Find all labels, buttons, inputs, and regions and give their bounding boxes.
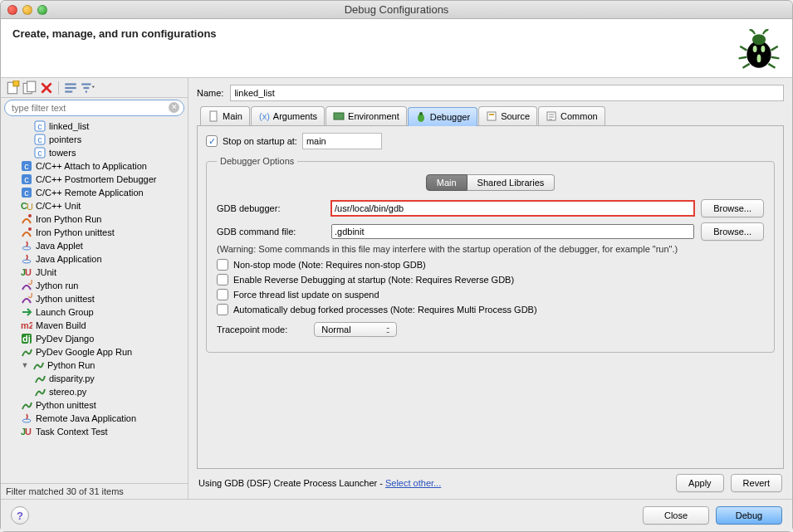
tree-item[interactable]: Python unittest xyxy=(4,398,184,412)
tree-item[interactable]: JUTask Context Test xyxy=(4,425,184,438)
svg-rect-45 xyxy=(334,113,344,120)
tree-item[interactable]: Launch Group xyxy=(4,305,184,319)
name-input[interactable] xyxy=(230,85,784,101)
tracepoint-select[interactable]: Normal xyxy=(314,322,397,337)
gdb-debugger-input[interactable] xyxy=(331,201,694,216)
gdb-cmdfile-label: GDB command file: xyxy=(217,227,325,237)
tree-item[interactable]: JJython run xyxy=(4,279,184,292)
force-thread-label: Force thread list update on suspend xyxy=(233,290,379,300)
help-button[interactable]: ? xyxy=(11,506,29,525)
tree-item[interactable]: m2Maven Build xyxy=(4,319,184,332)
reverse-checkbox[interactable] xyxy=(217,274,228,286)
svg-text:J: J xyxy=(28,293,32,300)
debugger-options-group: Debugger Options Main Shared Libraries G… xyxy=(206,156,775,353)
close-button[interactable]: Close xyxy=(643,506,709,525)
nonstop-checkbox[interactable] xyxy=(217,259,228,271)
tree-item[interactable]: CUC/C++ Unit xyxy=(4,199,184,212)
stop-on-startup-label: Stop on startup at: xyxy=(223,136,297,146)
filter-menu-button[interactable] xyxy=(80,81,95,95)
svg-rect-8 xyxy=(27,81,36,91)
force-thread-checkbox[interactable] xyxy=(217,289,228,300)
disclosure-triangle[interactable]: ▼ xyxy=(21,361,29,369)
titlebar: Debug Configurations xyxy=(1,1,792,19)
tree-item-label: Java Applet xyxy=(36,241,83,251)
tree-item[interactable]: disparity.py xyxy=(4,372,184,385)
tree-item-label: C/C++ Attach to Application xyxy=(36,161,147,171)
tree-item[interactable]: cC/C++ Remote Application xyxy=(4,186,184,199)
tree-item-label: towers xyxy=(49,148,76,158)
tree-item[interactable]: cpointers xyxy=(4,133,184,146)
svg-point-1 xyxy=(752,34,766,45)
tree-item[interactable]: PyDev Google App Run xyxy=(4,345,184,359)
clear-filter-button[interactable]: ✕ xyxy=(169,102,179,113)
tree-item[interactable]: Iron Python unittest xyxy=(4,226,184,239)
tracepoint-label: Tracepoint mode: xyxy=(217,325,287,334)
config-tabs: Main(x)=ArgumentsEnvironmentDebuggerSour… xyxy=(197,106,784,126)
svg-rect-6 xyxy=(13,81,19,86)
stop-on-startup-input[interactable] xyxy=(302,133,382,149)
gdb-cmdfile-input[interactable] xyxy=(331,224,694,239)
tree-item[interactable]: ▼Python Run xyxy=(4,359,184,372)
svg-rect-13 xyxy=(84,86,90,88)
debug-config-window: Debug Configurations Create, manage, and… xyxy=(0,0,793,532)
tree-item[interactable]: JJython unittest xyxy=(4,292,184,305)
collapse-tree-button[interactable] xyxy=(63,81,78,95)
tab-source[interactable]: Source xyxy=(478,106,537,125)
debug-button[interactable]: Debug xyxy=(716,506,782,525)
tree-item-label: C/C++ Postmortem Debugger xyxy=(36,174,157,184)
revert-button[interactable]: Revert xyxy=(731,474,782,492)
tab-arguments[interactable]: (x)=Arguments xyxy=(251,106,325,125)
config-detail-pane: Name: Main(x)=ArgumentsEnvironmentDebugg… xyxy=(188,78,792,499)
tree-item[interactable]: ctowers xyxy=(4,146,184,159)
launcher-text: Using GDB (DSF) Create Process Launcher … xyxy=(198,478,441,488)
select-launcher-link[interactable]: Select other... xyxy=(385,478,441,488)
gdb-browse-button[interactable]: Browse... xyxy=(701,199,764,217)
svg-text:c: c xyxy=(24,188,29,198)
debugger-tab-body: ✓ Stop on startup at: Debugger Options M… xyxy=(197,126,784,469)
tree-item[interactable]: clinked_list xyxy=(4,120,184,133)
tree-item-label: Task Context Test xyxy=(36,427,108,437)
svg-rect-14 xyxy=(86,90,87,92)
subtab-main[interactable]: Main xyxy=(426,174,467,191)
svg-text:U: U xyxy=(25,427,32,437)
svg-text:c: c xyxy=(37,134,42,144)
tab-main[interactable]: Main xyxy=(200,106,250,125)
tree-item[interactable]: stereo.py xyxy=(4,385,184,398)
cmdfile-browse-button[interactable]: Browse... xyxy=(701,222,764,241)
svg-text:c: c xyxy=(37,148,42,158)
tab-debugger[interactable]: Debugger xyxy=(408,107,477,126)
tree-item[interactable]: Remote Java Application xyxy=(4,412,184,425)
tab-common[interactable]: Common xyxy=(538,106,605,125)
stop-on-startup-checkbox[interactable]: ✓ xyxy=(206,135,218,147)
svg-text:dj: dj xyxy=(22,334,31,344)
subtab-shared-libraries[interactable]: Shared Libraries xyxy=(467,174,556,191)
config-tree[interactable]: clinked_listcpointersctowerscC/C++ Attac… xyxy=(1,118,188,483)
tree-item-label: C/C++ Unit xyxy=(36,201,81,211)
config-list-pane: ✕ clinked_listcpointersctowerscC/C++ Att… xyxy=(1,78,188,499)
name-label: Name: xyxy=(197,88,223,98)
tree-item[interactable]: djPyDev Django xyxy=(4,332,184,345)
duplicate-config-button[interactable] xyxy=(22,81,37,95)
delete-config-button[interactable] xyxy=(39,81,54,95)
autofork-label: Automatically debug forked processes (No… xyxy=(233,305,537,315)
tree-item-label: Iron Python unittest xyxy=(36,227,115,237)
tree-item-label: linked_list xyxy=(49,121,89,131)
tree-item-label: Jython unittest xyxy=(36,294,95,304)
filter-input[interactable] xyxy=(4,100,184,116)
tree-item[interactable]: cC/C++ Postmortem Debugger xyxy=(4,173,184,186)
autofork-checkbox[interactable] xyxy=(217,304,228,315)
tab-label: Common xyxy=(560,111,598,121)
tree-item[interactable]: JUJUnit xyxy=(4,266,184,279)
tree-item-label: C/C++ Remote Application xyxy=(36,188,144,198)
tree-item[interactable]: Iron Python Run xyxy=(4,212,184,226)
tree-item[interactable]: Java Applet xyxy=(4,239,184,252)
tree-item[interactable]: cC/C++ Attach to Application xyxy=(4,159,184,173)
new-config-button[interactable] xyxy=(6,81,21,95)
apply-button[interactable]: Apply xyxy=(676,474,724,492)
tree-item-label: pointers xyxy=(49,134,81,144)
tree-item-label: JUnit xyxy=(36,267,56,277)
svg-point-30 xyxy=(28,227,32,231)
svg-text:c: c xyxy=(24,174,29,184)
tab-environment[interactable]: Environment xyxy=(326,106,407,125)
tree-item[interactable]: Java Application xyxy=(4,252,184,266)
